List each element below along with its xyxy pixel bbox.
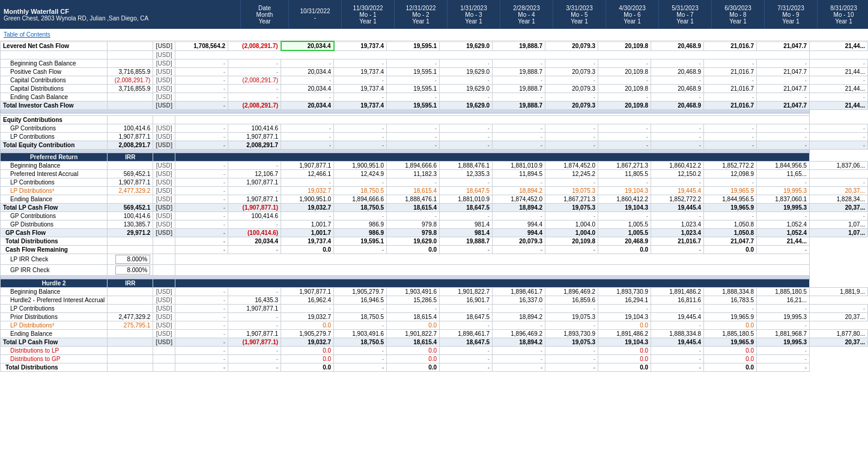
cell-value: -: [228, 220, 281, 228]
cell-value: 19,995.3: [757, 338, 810, 346]
usd-label: [USD]: [153, 67, 175, 76]
cell-value: 1,860,412.2: [598, 195, 651, 203]
header-col-8: 6/30/2023 Mo - 8 Year 1: [711, 0, 764, 29]
cell-value: 19,595.1: [387, 84, 440, 93]
cell-value: 1,893,730.9: [598, 287, 651, 296]
cell-value: -: [651, 346, 704, 354]
cell-value: -: [810, 304, 868, 312]
cell-value: 1,888,334.8: [651, 329, 704, 338]
row-val: [108, 59, 153, 67]
cell-value: 20,079.3: [545, 41, 598, 50]
cell-value: -: [387, 178, 440, 186]
row-label: LP Distributions³: [1, 321, 108, 329]
cell-value: -: [175, 287, 228, 296]
cell-value: 1,881,010.9: [493, 161, 545, 169]
cell-value: -: [175, 178, 228, 186]
cell-value: 19,629.0: [440, 41, 493, 50]
cell-value: 18,894.2: [493, 186, 545, 195]
cell-value: 20,079.3: [545, 101, 598, 109]
cell-value: 19,995.3: [757, 203, 810, 211]
table-row: Ending Cash Balance [USD] - - - - - - - …: [1, 93, 868, 101]
usd-label: [153, 346, 175, 354]
cell-value: 1,001.7: [281, 228, 334, 237]
cell-value: (100,414.6): [228, 228, 281, 237]
cell-value: -: [228, 186, 281, 195]
usd-label: [USD]: [153, 41, 175, 50]
irr-box-cell[interactable]: 8.000%: [108, 264, 153, 275]
row-label: [1, 50, 108, 59]
toc-link[interactable]: Table of Contents: [4, 31, 50, 38]
cell-value: 1,004.0: [545, 228, 598, 237]
table-row: Total LP Cash Flow [USD] - (1,907,877.1)…: [1, 338, 868, 346]
cell-value: 19,445.4: [651, 338, 704, 346]
cell-value: -: [175, 304, 228, 312]
cell-value: -: [175, 203, 228, 211]
cell-value: -: [757, 304, 810, 312]
row-val: 1,907,877.1: [108, 178, 153, 186]
cell-value: 979.8: [387, 220, 440, 228]
cell-value: 1,888,476.1: [387, 195, 440, 203]
cell-value: 1,844,956.5: [704, 195, 757, 203]
cell-value: 15,286.5: [387, 296, 440, 304]
irr-box-cell[interactable]: 8.000%: [108, 254, 153, 264]
cell-value: -: [651, 304, 704, 312]
cell-value: -: [651, 354, 704, 363]
usd-label: [USD]: [153, 76, 175, 84]
cell-value: 986.9: [334, 220, 387, 228]
cell-value: -: [387, 304, 440, 312]
cell-value: -: [334, 93, 387, 101]
cell-value: -: [228, 161, 281, 169]
header-col-4: 2/28/2023 Mo - 4 Year 1: [500, 0, 553, 29]
cell-value: 19,888.7: [440, 237, 493, 245]
cell-value: 994.4: [493, 228, 545, 237]
row-label: Hurdle2 - Preferred Interest Accrual: [1, 296, 108, 304]
cell-value: -: [175, 237, 228, 245]
cell-value: 0.0: [704, 363, 757, 371]
usd-label: [USD]: [153, 228, 175, 237]
row-label: Ending Balance: [1, 329, 108, 338]
row-val: [108, 41, 153, 50]
header-col-0: 10/31/2022 -: [288, 0, 341, 29]
cell-value: 19,965.9: [704, 312, 757, 321]
cell-value: -: [334, 76, 387, 84]
cell-value: -: [440, 245, 493, 254]
cell-value: -: [175, 161, 228, 169]
row-label: Beginning Cash Balance: [1, 59, 108, 67]
cell-value: (1,907,877.1): [228, 203, 281, 211]
cell-value: -: [334, 211, 387, 220]
cell-value: 1,837,06...: [810, 161, 868, 169]
cell-value: 19,737.4: [281, 237, 334, 245]
cell-value: -: [757, 245, 810, 254]
cell-value: 19,737.4: [334, 84, 387, 93]
cell-value: 19,075.3: [545, 338, 598, 346]
cell-value: 100,414.6: [228, 211, 281, 220]
cell-value: -: [334, 178, 387, 186]
cell-value: 1,001.7: [281, 220, 334, 228]
cell-value: 0.0: [704, 321, 757, 329]
cell-value: 1,907,877.1: [228, 132, 281, 141]
usd-label: [USD]: [153, 195, 175, 203]
row-label: Total Equity Contribution: [1, 141, 108, 149]
cell-value: 0.0: [598, 346, 651, 354]
cell-value: 20,468.9: [651, 67, 704, 76]
cell-value: 19,888.7: [493, 67, 545, 76]
cell-value: 12,150.2: [651, 169, 704, 178]
cell-value: 20,034.4: [281, 84, 334, 93]
cell-value: -: [175, 363, 228, 371]
cell-value: 19,032.7: [281, 338, 334, 346]
cell-value: -: [651, 321, 704, 329]
cell-value: -: [757, 141, 810, 149]
cell-value: -: [757, 124, 810, 132]
cell-value: -: [440, 304, 493, 312]
cell-value: -: [387, 132, 440, 141]
cell-value: 19,629.0: [387, 237, 440, 245]
row-val: 3,716,855.9: [108, 84, 153, 93]
usd-label: [153, 363, 175, 371]
row-val: [108, 354, 153, 363]
cell-value: -: [387, 76, 440, 84]
cell-value: -: [175, 93, 228, 101]
cell-value: 0.0: [281, 346, 334, 354]
table-row: Positive Cash Flow 3,716,855.9 [USD] - -…: [1, 67, 868, 76]
cell-value: 19,075.3: [545, 186, 598, 195]
usd-label: [USD]: [153, 101, 175, 109]
